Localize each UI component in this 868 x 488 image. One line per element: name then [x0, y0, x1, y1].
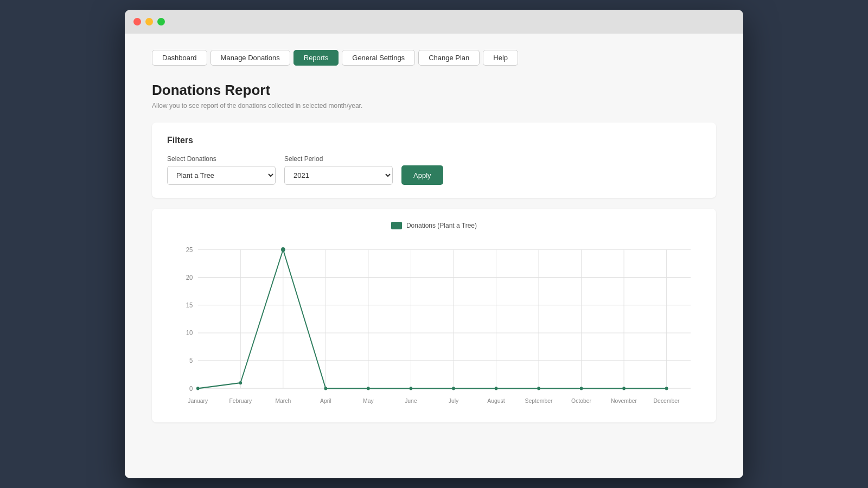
- chart-svg: 0 5 10 15 20 25 January February March A…: [167, 238, 701, 412]
- nav-reports[interactable]: Reports: [293, 50, 339, 66]
- apply-button[interactable]: Apply: [401, 165, 443, 185]
- minimize-button[interactable]: [145, 18, 153, 25]
- page-subtitle: Allow you to see report of the donations…: [152, 102, 716, 110]
- svg-text:August: August: [487, 397, 505, 404]
- svg-text:20: 20: [186, 273, 193, 281]
- svg-point-35: [196, 387, 200, 390]
- donations-select[interactable]: Plant a Tree Option 2: [167, 166, 276, 185]
- filters-row: Select Donations Plant a Tree Option 2 S…: [167, 155, 701, 185]
- svg-point-37: [281, 247, 285, 252]
- period-select[interactable]: 2019 2020 2021 2022: [284, 166, 393, 185]
- filters-card: Filters Select Donations Plant a Tree Op…: [152, 123, 716, 198]
- legend-color-swatch: [391, 222, 402, 229]
- chart-area: 0 5 10 15 20 25 January February March A…: [167, 238, 701, 412]
- svg-text:October: October: [571, 397, 591, 404]
- maximize-button[interactable]: [157, 18, 165, 25]
- svg-text:January: January: [188, 397, 208, 404]
- svg-text:10: 10: [186, 329, 193, 337]
- svg-point-38: [324, 387, 328, 390]
- page-title: Donations Report: [152, 82, 716, 99]
- svg-point-44: [580, 387, 583, 390]
- nav-manage-donations[interactable]: Manage Donations: [210, 50, 290, 66]
- nav-change-plan[interactable]: Change Plan: [418, 50, 480, 66]
- svg-text:June: June: [405, 397, 417, 404]
- nav-dashboard[interactable]: Dashboard: [152, 50, 207, 66]
- svg-text:December: December: [654, 397, 680, 404]
- svg-text:5: 5: [189, 357, 193, 365]
- svg-text:May: May: [363, 397, 374, 404]
- svg-text:0: 0: [189, 384, 193, 393]
- donations-filter-group: Select Donations Plant a Tree Option 2: [167, 155, 276, 185]
- close-button[interactable]: [133, 18, 141, 25]
- nav-bar: Dashboard Manage Donations Reports Gener…: [152, 50, 716, 66]
- titlebar: [125, 10, 743, 34]
- svg-text:March: March: [275, 397, 291, 404]
- svg-point-40: [410, 387, 413, 390]
- svg-text:July: July: [449, 397, 459, 404]
- main-content: Dashboard Manage Donations Reports Gener…: [125, 34, 743, 478]
- svg-point-42: [495, 387, 498, 390]
- svg-point-46: [665, 387, 668, 390]
- nav-help[interactable]: Help: [483, 50, 518, 66]
- svg-text:15: 15: [186, 301, 193, 309]
- period-filter-label: Select Period: [284, 155, 393, 163]
- svg-point-39: [367, 387, 370, 390]
- chart-legend: Donations (Plant a Tree): [167, 222, 701, 229]
- svg-text:25: 25: [186, 246, 193, 254]
- donations-filter-label: Select Donations: [167, 155, 276, 163]
- chart-card: Donations (Plant a Tree): [152, 209, 716, 422]
- svg-point-36: [239, 381, 242, 384]
- svg-point-45: [622, 387, 626, 390]
- filters-title: Filters: [167, 136, 701, 145]
- svg-point-43: [537, 387, 540, 390]
- svg-text:November: November: [611, 397, 637, 404]
- svg-text:September: September: [525, 397, 553, 404]
- period-filter-group: Select Period 2019 2020 2021 2022: [284, 155, 393, 185]
- legend-label-text: Donations (Plant a Tree): [406, 222, 477, 229]
- svg-text:April: April: [320, 397, 331, 404]
- svg-text:February: February: [229, 397, 252, 404]
- nav-general-settings[interactable]: General Settings: [342, 50, 415, 66]
- svg-point-41: [452, 387, 455, 390]
- app-window: Dashboard Manage Donations Reports Gener…: [125, 10, 743, 478]
